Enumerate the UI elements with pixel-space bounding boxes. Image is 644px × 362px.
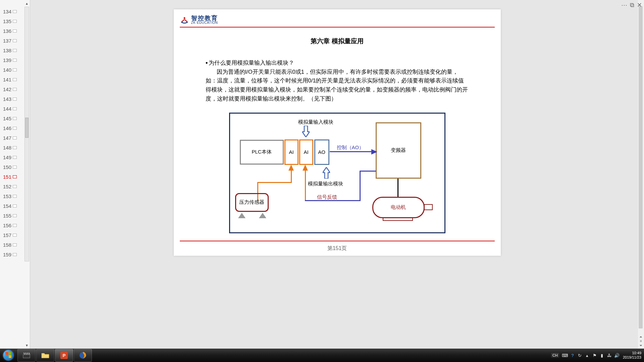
network-icon[interactable]: 🖧 (607, 353, 612, 358)
thumbnail-number: 136 (1, 28, 11, 34)
svg-rect-1 (23, 355, 30, 358)
scroll-down-icon[interactable]: ▼ (24, 343, 29, 348)
thumbnail-preview (13, 234, 17, 237)
chevron-up-icon[interactable]: ▴ (585, 353, 590, 358)
thumbnail-scrollbar[interactable] (24, 7, 29, 261)
more-icon[interactable]: ⋯ (621, 1, 627, 9)
plc-box: PLC本体 (240, 140, 284, 165)
svg-point-0 (183, 17, 185, 19)
feedback-line-1v (291, 169, 292, 183)
thumbnail-number: 159 (1, 252, 11, 257)
help-icon[interactable]: ? (570, 353, 575, 358)
thumbnail-preview (13, 243, 17, 246)
slide: 智控教育 ZK EDUCATION 第六章 模拟量应用 ● 为什么要用模拟量输入… (174, 9, 501, 256)
thumbnail-preview (13, 146, 17, 149)
date-text: 2019/11/23 (623, 355, 641, 360)
thumbnail-preview (13, 253, 17, 256)
thumbnail-number: 140 (1, 67, 11, 73)
thumbnail-number: 137 (1, 38, 11, 44)
taskbar-app-media[interactable] (17, 349, 36, 362)
battery-icon[interactable]: ▮ (599, 353, 605, 358)
feedback-line-1h (257, 182, 292, 183)
canvas-scrollbar[interactable]: ⏶ ≡ ⏷ (638, 0, 644, 349)
logo-icon (180, 15, 189, 24)
start-button[interactable] (0, 349, 17, 362)
maximize-icon[interactable]: ⧉ (630, 2, 634, 9)
thumbnail-number: 143 (1, 96, 11, 102)
thumbnail-preview (13, 166, 17, 169)
arrow-right-icon (371, 149, 377, 155)
volume-icon[interactable]: 🔊 (614, 353, 620, 358)
thumbnail-number: 155 (1, 213, 11, 219)
thumbnail-number: 153 (1, 193, 11, 199)
question-line: ● 为什么要用模拟量输入输出模块？ (206, 58, 469, 67)
thumbnail-number: 141 (1, 77, 11, 82)
feedback-h2 (360, 171, 376, 172)
thumbnail-number: 147 (1, 135, 11, 141)
thumbnail-number: 144 (1, 106, 11, 112)
tray-icons: ⌨ ? ↻ ▴ ⚑ ▮ 🖧 🔊 (562, 353, 620, 358)
thumbnail-number: 152 (1, 184, 11, 189)
slide-nav-icon[interactable]: ≡ (640, 339, 642, 343)
feedback-v (360, 171, 361, 201)
thumbnail-preview (13, 136, 17, 139)
bullet-icon: ● (206, 60, 208, 66)
triangle-icon (238, 213, 246, 218)
taskbar-app-firefox[interactable] (74, 349, 92, 362)
slide-header: 智控教育 ZK EDUCATION (180, 9, 495, 27)
logo-cn: 智控教育 (191, 15, 218, 21)
triangle-icon (259, 213, 266, 218)
system-tray: CH ⌨ ? ↻ ▴ ⚑ ▮ 🖧 🔊 10:49 2019/11/23 (551, 351, 644, 360)
motor-tail (424, 204, 433, 210)
body-text: 因为普通的I/O开关量只能表示0或1，但实际应用中，有许多时候需要表示或控制连续… (206, 67, 469, 103)
logo-text: 智控教育 ZK EDUCATION (191, 15, 218, 24)
slide-footer: 第151页 (180, 241, 495, 256)
thumbnail-number: 149 (1, 155, 11, 160)
scrollbar-thumb[interactable] (639, 6, 643, 328)
thumbnail-preview (13, 214, 17, 217)
slide-canvas: 智控教育 ZK EDUCATION 第六章 模拟量应用 ● 为什么要用模拟量输入… (30, 0, 644, 349)
thumbnail-number: 157 (1, 232, 11, 238)
flag-icon[interactable]: ⚑ (592, 353, 597, 358)
language-indicator[interactable]: CH (551, 353, 559, 358)
clock[interactable]: 10:49 2019/11/23 (623, 351, 641, 360)
powerpoint-icon: P (60, 352, 68, 359)
scrollbar-thumb[interactable] (25, 118, 29, 138)
ao-output-label: 模拟量输出模块 (308, 181, 343, 187)
thumbnail-preview (13, 204, 17, 207)
taskbar: P CH ⌨ ? ↻ ▴ ⚑ ▮ 🖧 🔊 10:49 2019/11/23 (0, 349, 644, 362)
next-slide-icon[interactable]: ⏷ (639, 344, 643, 347)
ao-box: AO (314, 139, 329, 165)
thumbnail-preview (13, 29, 17, 33)
taskbar-app-powerpoint[interactable]: P (55, 349, 73, 362)
thumbnail-preview (13, 68, 17, 71)
thumbnail-number: 138 (1, 48, 11, 53)
close-icon[interactable]: ✕ (637, 1, 642, 9)
keyboard-icon[interactable]: ⌨ (562, 353, 568, 358)
thumbnail-preview (13, 59, 17, 62)
vfd-motor-line (397, 179, 398, 197)
thumbnail-preview (13, 49, 17, 52)
windows-icon (3, 350, 14, 361)
thumbnail-number: 154 (1, 203, 11, 209)
thumbnail-preview (13, 185, 17, 188)
thumbnail-number: 135 (1, 18, 11, 24)
taskbar-app-explorer[interactable] (36, 349, 54, 362)
thumbnail-number: 142 (1, 86, 11, 92)
sync-icon[interactable]: ↻ (577, 353, 583, 358)
slide-content: ● 为什么要用模拟量输入输出模块？ 因为普通的I/O开关量只能表示0或1，但实际… (174, 58, 501, 103)
thumbnail-preview (13, 195, 17, 198)
control-label: 控制（AO） (337, 144, 364, 151)
thumbnail-preview (13, 175, 17, 178)
ai-box-2: AI (299, 139, 313, 165)
ai-input-label: 模拟量输入模块 (298, 119, 333, 125)
thumbnail-number: 156 (1, 223, 11, 228)
thumbnail-number: 145 (1, 116, 11, 121)
feedback-label: 信号反馈 (317, 194, 337, 200)
thumbnail-preview (13, 39, 17, 42)
question-text: 为什么要用模拟量输入输出模块？ (209, 58, 294, 67)
prev-slide-icon[interactable]: ⏶ (639, 335, 643, 339)
thumbnail-preview (13, 20, 17, 23)
logo: 智控教育 ZK EDUCATION (180, 15, 218, 24)
thumbnail-preview (13, 88, 17, 91)
